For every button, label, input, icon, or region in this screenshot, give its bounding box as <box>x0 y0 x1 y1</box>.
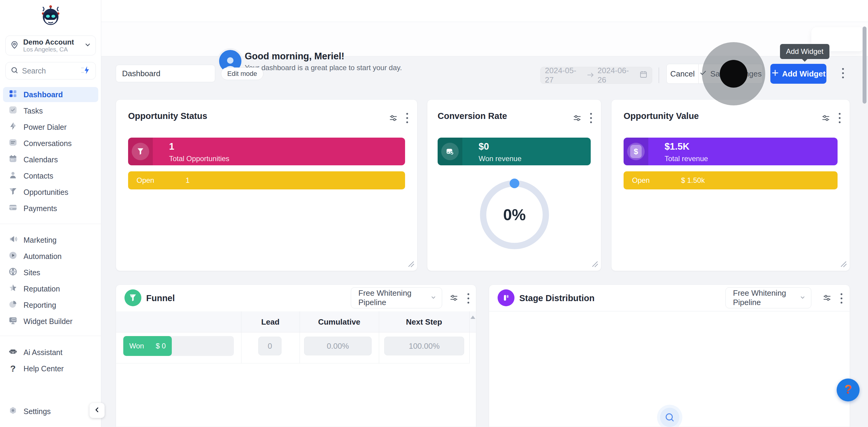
question-icon: ? <box>8 363 18 374</box>
sidebar-divider <box>0 336 101 336</box>
sidebar-item-calendars[interactable]: Calendars <box>3 152 98 167</box>
cumulative-cell: 0.00% <box>304 337 372 355</box>
sidebar-item-tasks[interactable]: Tasks <box>3 103 98 118</box>
sidebar-item-conversations[interactable]: Conversations <box>3 136 98 151</box>
sidebar-item-settings[interactable]: Settings <box>3 404 98 419</box>
pipeline-value: Free Whitening Pipeline <box>358 289 426 307</box>
sidebar-item-automation[interactable]: Automation <box>3 249 98 264</box>
sidebar-nav-support: Ai Assistant ? Help Center <box>3 345 98 377</box>
value-row-open: Open $ 1.50k <box>624 171 838 189</box>
account-switcher[interactable]: Demo Account Los Angeles, CA <box>5 36 96 56</box>
banner-label: Total revenue <box>664 155 708 163</box>
banner-value: $1.5K <box>664 141 708 152</box>
widget-settings-icon[interactable] <box>389 113 398 123</box>
sidebar-item-marketing[interactable]: Marketing <box>3 232 98 248</box>
page-scrollbar-thumb[interactable] <box>863 27 867 104</box>
banner-value: $0 <box>478 141 521 152</box>
click-indicator-dot <box>720 60 747 88</box>
edit-mode-label: Edit mode <box>227 70 257 78</box>
account-location: Los Angeles, CA <box>23 46 84 53</box>
dashboard-name-input[interactable]: Dashboard <box>116 65 215 82</box>
sidebar-item-label: Settings <box>24 407 51 416</box>
resize-handle-icon[interactable] <box>406 259 415 269</box>
sidebar-item-label: Ai Assistant <box>24 348 62 357</box>
widget-more-icon[interactable] <box>839 113 841 123</box>
add-widget-label: Add Widget <box>782 69 826 78</box>
widget-more-icon[interactable] <box>406 113 408 123</box>
widget-settings-icon[interactable] <box>821 113 830 123</box>
search-placeholder: Search <box>22 67 81 75</box>
topbar: MC <box>101 0 868 22</box>
plus-icon <box>771 69 779 79</box>
cancel-button[interactable]: Cancel <box>667 64 699 84</box>
resize-handle-icon[interactable] <box>590 259 598 269</box>
help-button[interactable]: ? <box>837 379 860 401</box>
dollar-icon: $ <box>627 143 645 160</box>
sidebar-item-payments[interactable]: Payments <box>3 201 98 216</box>
sidebar-item-label: Contacts <box>24 172 53 180</box>
magnifier-icon <box>660 408 679 427</box>
widget-screen-icon <box>8 316 18 327</box>
column-divider <box>300 311 300 363</box>
banner-label: Total Opportunities <box>169 155 229 163</box>
lead-cell: 0 <box>258 337 281 355</box>
widget-settings-icon[interactable] <box>823 293 832 303</box>
search-input[interactable]: Search <box>5 62 96 79</box>
edit-mode-badge: Edit mode <box>221 67 264 80</box>
row-divider <box>116 363 469 363</box>
dashboard-more-menu[interactable] <box>842 68 844 78</box>
widget-stage-distribution: Stage Distribution Free Whitening Pipeli… <box>489 285 850 427</box>
widget-settings-icon[interactable] <box>572 113 582 123</box>
add-widget-button[interactable]: Add Widget <box>770 64 827 84</box>
sidebar: Demo Account Los Angeles, CA Search <box>0 0 101 427</box>
dashboard-name-value: Dashboard <box>122 69 160 78</box>
sidebar-item-sites[interactable]: Sites <box>3 265 98 280</box>
sidebar-item-label: Conversations <box>24 139 72 148</box>
sidebar-item-opportunities[interactable]: Opportunities <box>3 185 98 200</box>
pipeline-select[interactable]: Free Whitening Pipeline <box>725 287 811 308</box>
value-banner: $ $1.5K Total revenue <box>624 138 838 165</box>
sidebar-item-label: Reputation <box>24 285 60 293</box>
sidebar-item-label: Reporting <box>24 301 56 309</box>
chevron-left-icon <box>94 406 100 414</box>
row-value: $ 1.50k <box>681 176 705 185</box>
tasks-check-icon <box>8 105 18 116</box>
banner-value: 1 <box>169 141 229 152</box>
stage-distribution-icon <box>498 289 515 306</box>
pipeline-select[interactable]: Free Whitening Pipeline <box>351 287 442 308</box>
widget-conversion-rate: Conversion Rate $0 Won revenue 0% <box>427 99 601 271</box>
sidebar-item-reputation[interactable]: Reputation <box>3 281 98 296</box>
pipeline-value: Free Whitening Pipeline <box>733 289 795 307</box>
widget-more-icon[interactable] <box>467 293 469 303</box>
dashboard-grid-icon <box>8 89 18 100</box>
sidebar-item-widget-builder[interactable]: Widget Builder <box>3 314 98 329</box>
page-subtitle: Your dashboard is a great place to start… <box>245 64 402 72</box>
star-icon <box>8 283 18 294</box>
column-divider <box>379 311 379 363</box>
search-icon <box>10 66 19 75</box>
chat-icon <box>8 138 18 149</box>
funnel-icon <box>132 143 149 160</box>
resize-handle-icon[interactable] <box>839 259 847 269</box>
scroll-up-arrow-icon[interactable] <box>470 316 475 319</box>
date-range-picker[interactable]: 2024-05-27 2024-06-26 <box>540 67 652 84</box>
sidebar-item-dashboard[interactable]: Dashboard <box>3 87 98 102</box>
widget-more-icon[interactable] <box>590 113 592 123</box>
widget-settings-icon[interactable] <box>450 293 458 303</box>
funnel-stage-won[interactable]: Won $ 0 <box>123 336 172 356</box>
sidebar-item-contacts[interactable]: Contacts <box>3 168 98 184</box>
sidebar-item-reporting[interactable]: Reporting <box>3 297 98 313</box>
sidebar-item-ai-assistant[interactable]: Ai Assistant <box>3 345 98 360</box>
funnel-table-header: Lead Cumulative Next Step <box>116 311 476 332</box>
megaphone-icon <box>8 235 18 245</box>
widget-more-icon[interactable] <box>841 293 842 303</box>
lightning-icon <box>8 122 18 132</box>
chevron-down-icon <box>430 293 436 303</box>
sidebar-item-help-center[interactable]: ? Help Center <box>3 361 98 376</box>
page-title: Good morning, Meriel! <box>245 51 344 62</box>
account-name: Demo Account <box>23 38 84 46</box>
person-icon <box>8 170 18 181</box>
sidebar-item-label: Tasks <box>24 107 43 115</box>
sidebar-item-power-dialer[interactable]: Power Dialer <box>3 120 98 135</box>
sidebar-collapse-button[interactable] <box>90 403 104 418</box>
